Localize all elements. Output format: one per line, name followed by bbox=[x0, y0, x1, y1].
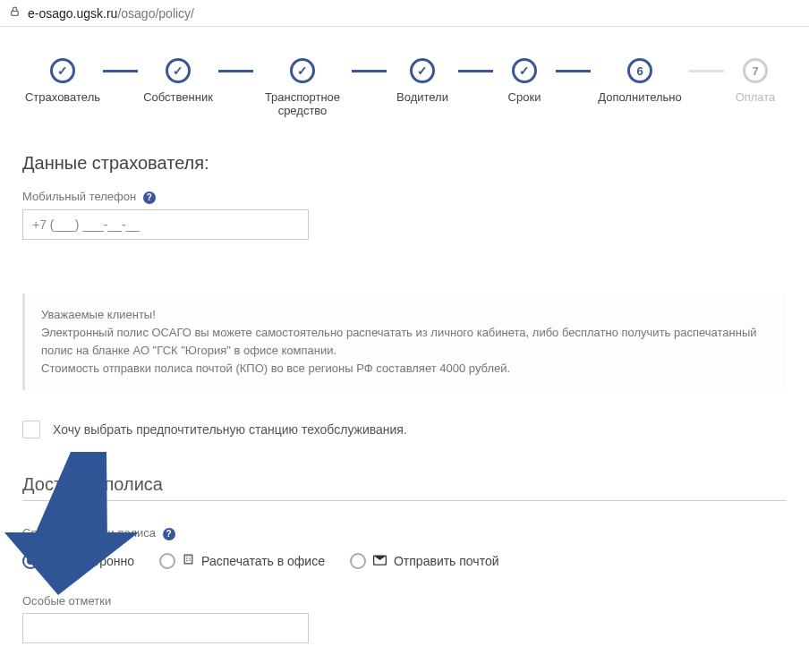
help-icon[interactable]: ? bbox=[143, 191, 156, 204]
envelope-icon bbox=[373, 554, 387, 568]
lock-icon bbox=[9, 5, 21, 21]
step-line bbox=[458, 70, 493, 72]
step-line bbox=[352, 70, 387, 72]
stepper: ✓ Страхователь ✓ Собственник ✓ Транспорт… bbox=[22, 58, 787, 117]
phone-input[interactable] bbox=[22, 209, 309, 240]
delivery-method-label: Способ доставки полиса ? bbox=[22, 526, 787, 540]
delivery-title: Доставка полиса bbox=[22, 474, 787, 501]
special-notes-input[interactable] bbox=[22, 613, 309, 643]
step-insurer[interactable]: ✓ Страхователь bbox=[22, 58, 103, 104]
pref-station-label: Хочу выбрать предпочтительную станцию те… bbox=[53, 422, 407, 437]
check-icon: ✓ bbox=[57, 64, 68, 78]
step-terms[interactable]: ✓ Сроки bbox=[493, 58, 556, 104]
notice-line2: Стоимость отправки полиса почтой (КПО) в… bbox=[41, 360, 771, 378]
help-icon[interactable]: ? bbox=[163, 528, 175, 540]
step-drivers[interactable]: ✓ Водители bbox=[387, 58, 458, 104]
step-line bbox=[103, 70, 138, 72]
delivery-option-electronic[interactable]: Электронно bbox=[22, 553, 134, 569]
step-owner[interactable]: ✓ Собственник bbox=[138, 58, 218, 104]
step-line bbox=[556, 70, 591, 72]
checkbox-box[interactable] bbox=[22, 421, 40, 438]
url-path: /osago/policy/ bbox=[117, 6, 194, 21]
delivery-options: Электронно Распечатать в офисе Отправить… bbox=[22, 553, 787, 569]
svg-rect-2 bbox=[184, 555, 192, 564]
delivery-option-mail[interactable]: Отправить почтой bbox=[350, 553, 499, 569]
step-additional[interactable]: 6 Дополнительно bbox=[591, 58, 689, 104]
check-icon: ✓ bbox=[417, 64, 428, 78]
building-icon bbox=[183, 553, 194, 568]
url-host: e-osago.ugsk.ru bbox=[28, 6, 117, 21]
pref-station-checkbox[interactable]: Хочу выбрать предпочтительную станцию те… bbox=[22, 421, 787, 438]
step-line bbox=[218, 70, 253, 72]
step-vehicle[interactable]: ✓ Транспортное средство bbox=[253, 58, 352, 117]
check-icon: ✓ bbox=[173, 64, 183, 78]
svg-rect-0 bbox=[12, 11, 19, 15]
rss-icon bbox=[46, 553, 58, 568]
delivery-option-office[interactable]: Распечатать в офисе bbox=[159, 553, 325, 569]
insurer-data-title: Данные страхователя: bbox=[22, 153, 787, 174]
notice-line1: Электронный полис ОСАГО вы можете самост… bbox=[41, 324, 771, 360]
info-notice: Уважаемые клиенты! Электронный полис ОСА… bbox=[22, 293, 787, 391]
phone-label: Мобильный телефон ? bbox=[22, 190, 787, 204]
check-icon: ✓ bbox=[297, 64, 308, 78]
notice-greeting: Уважаемые клиенты! bbox=[41, 306, 771, 324]
svg-point-1 bbox=[47, 562, 49, 565]
special-notes-label: Особые отметки bbox=[22, 594, 787, 608]
url-bar[interactable]: e-osago.ugsk.ru/osago/policy/ bbox=[0, 0, 809, 27]
step-payment: 7 Оплата bbox=[724, 58, 787, 104]
step-line bbox=[689, 70, 724, 72]
check-icon: ✓ bbox=[519, 64, 530, 78]
